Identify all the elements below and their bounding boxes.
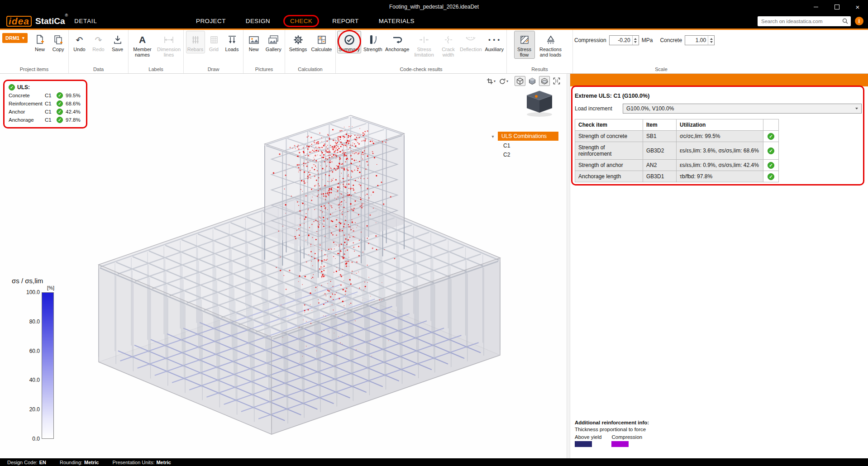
table-header-row: Check item Item Utilization — [575, 119, 779, 131]
maximize-button[interactable] — [826, 0, 847, 14]
combination-item-c2[interactable]: C2 — [503, 150, 558, 159]
check-label: Anchor — [9, 109, 45, 114]
table-row[interactable]: Strength of concrete SB1 σc/σc,lim: 99.5… — [575, 131, 779, 142]
undo-icon: ↶ — [76, 33, 83, 47]
drm-selector[interactable]: DRM1▾ — [2, 33, 28, 43]
tab-materials[interactable]: MATERIALS — [372, 15, 421, 27]
copy-item-button[interactable]: Copy — [49, 31, 67, 53]
concrete-stepper[interactable]: 1.00 — [685, 35, 715, 45]
above-yield-swatch — [575, 441, 592, 447]
zoom-fit-button[interactable] — [551, 76, 562, 86]
tree-collapse-icon[interactable]: ▾ — [490, 134, 496, 139]
ribbon-group-pictures: New Gallery Pictures — [243, 30, 285, 73]
legend-tick: 0.0 — [32, 436, 40, 442]
status-design-code: Design Code:EN — [7, 460, 46, 465]
load-increment-select[interactable]: G100.0%, V100.0% — [623, 104, 862, 114]
panel-splitter[interactable] — [567, 74, 570, 458]
section-crop-button[interactable]: ▾ — [486, 76, 496, 86]
cell-check-item: Strength of reinforcement — [575, 142, 643, 160]
window-title: Footing_with_pedestal_2026.ideaDet — [0, 0, 868, 14]
anchorage-button[interactable]: Anchorage — [385, 31, 410, 53]
compression-value: -0.20 — [610, 36, 632, 45]
reactions-icon — [546, 33, 556, 47]
app-window: { "window": { "title": "Footing_with_ped… — [0, 0, 868, 466]
model-3d[interactable] — [0, 74, 567, 458]
deflection-button[interactable]: Deflection — [459, 31, 482, 53]
viewport-toolbar: ▾ ▾ — [486, 76, 562, 86]
combination-item-c1[interactable]: C1 — [503, 141, 558, 150]
stress-flow-button[interactable]: Stress flow — [514, 31, 535, 59]
crop-icon — [486, 78, 493, 85]
stepper-arrows[interactable] — [632, 36, 639, 45]
cell-item: GB3D1 — [643, 171, 677, 182]
tab-design[interactable]: DESIGN — [239, 15, 277, 27]
wireframe-view-button[interactable] — [515, 76, 525, 86]
status-rounding: Rounding:Metric — [60, 460, 99, 465]
app-brand: idea StatiCa® DETAIL — [6, 14, 97, 29]
col-status — [763, 119, 779, 131]
loads-button[interactable]: Loads — [223, 31, 241, 53]
model-viewport[interactable]: ✓ ULS: Concrete C1 ✓ 99.5% Reinforcement… — [0, 74, 567, 458]
check-label: Reinforcement — [9, 101, 45, 106]
solid-view-button[interactable] — [527, 76, 538, 86]
compression-stepper[interactable]: -0.20 — [609, 35, 639, 45]
calculate-button[interactable]: Calculate — [310, 31, 334, 53]
redo-icon: ↷ — [95, 33, 102, 47]
ribbon-group-scale: Compression -0.20 MPa Concrete 1.00 Scal… — [573, 30, 749, 73]
crack-width-icon — [444, 33, 453, 47]
letter-a-icon: A — [139, 33, 146, 47]
member-names-button[interactable]: A Member names — [130, 31, 155, 59]
minimize-button[interactable] — [806, 0, 826, 14]
cell-status: ✓ — [763, 171, 779, 182]
rebars-button[interactable]: Rebars — [186, 31, 205, 53]
table-row[interactable]: Strength of anchor AN2 εs/εs,lim: 0.9%, … — [575, 160, 779, 171]
wireframe-cube-icon — [516, 77, 524, 85]
tab-report[interactable]: REPORT — [325, 15, 365, 27]
account-icon[interactable]: i — [855, 17, 863, 25]
table-row[interactable]: Strength of reinforcement GB3D2 εs/εs,li… — [575, 142, 779, 160]
close-button[interactable]: × — [847, 0, 868, 14]
navigation-cube[interactable] — [520, 87, 558, 118]
tab-check[interactable]: CHECK — [283, 15, 319, 27]
search-icon[interactable] — [842, 18, 848, 24]
new-page-icon — [35, 33, 44, 47]
summary-button[interactable]: Summary — [337, 31, 361, 53]
section-plane-button[interactable] — [539, 76, 550, 86]
pass-icon: ✓ — [768, 162, 774, 169]
chevron-down-icon — [855, 108, 858, 109]
stepper-arrows[interactable] — [708, 36, 714, 45]
cell-utilization: τb/fbd: 97.8% — [677, 171, 763, 182]
save-icon — [113, 33, 122, 47]
tab-project[interactable]: PROJECT — [189, 15, 233, 27]
uls-combinations-node[interactable]: ULS Combinations — [498, 132, 558, 141]
view-rotate-button[interactable]: ▾ — [498, 76, 509, 86]
crack-width-button[interactable]: Crack width — [439, 31, 458, 59]
redo-button[interactable]: ↷ Redo — [90, 31, 108, 53]
strength-button[interactable]: Strength — [362, 31, 384, 53]
search-input[interactable] — [760, 18, 842, 24]
check-results-table: Check item Item Utilization Strength of … — [575, 119, 779, 182]
combo-label: C1 — [45, 101, 57, 106]
reactions-button[interactable]: Reactions and loads — [536, 31, 566, 59]
undo-button[interactable]: ↶ Undo — [71, 31, 89, 53]
auxiliary-button[interactable]: • • • Auxiliary — [483, 31, 505, 53]
new-item-button[interactable]: New — [31, 31, 49, 53]
uls-summary-overlay: ✓ ULS: Concrete C1 ✓ 99.5% Reinforcement… — [3, 80, 87, 128]
step-up-icon — [710, 38, 713, 40]
ribbon: DRM1▾ New Copy Project items ↶ Undo — [0, 29, 868, 74]
save-button[interactable]: Save — [109, 31, 127, 53]
grid-button[interactable]: Grid — [206, 31, 222, 53]
settings-button[interactable]: Settings — [287, 31, 309, 53]
panel-header-bar — [570, 74, 868, 86]
concrete-value: 1.00 — [685, 36, 708, 45]
step-up-icon — [634, 38, 637, 40]
dimension-lines-button[interactable]: Dimension lines — [156, 31, 182, 59]
legend-gradient-bar — [42, 292, 54, 439]
new-picture-button[interactable]: New — [245, 31, 263, 53]
status-units: Presentation Units:Metric — [113, 460, 171, 465]
table-row[interactable]: Anchorage length GB3D1 τb/fbd: 97.8% ✓ — [575, 171, 779, 182]
stress-limitation-button[interactable]: Stress limitation — [411, 31, 438, 59]
main-nav: PROJECT DESIGN CHECK REPORT MATERIALS — [189, 14, 421, 29]
gallery-button[interactable]: Gallery — [264, 31, 283, 53]
reinf-info-subtitle: Thickness proportional to force — [575, 427, 649, 432]
